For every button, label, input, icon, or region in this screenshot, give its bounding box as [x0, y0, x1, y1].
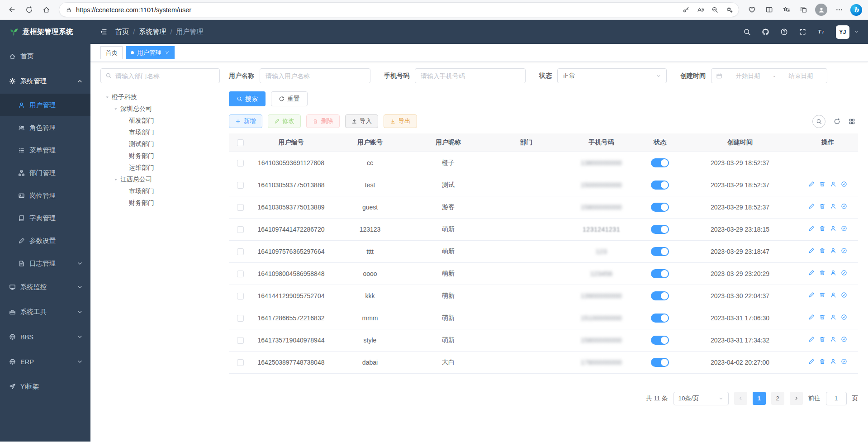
prev-page-button[interactable]: [734, 392, 747, 405]
zoom-button[interactable]: [708, 3, 721, 17]
row-checkbox[interactable]: [237, 359, 244, 366]
status-toggle[interactable]: [651, 314, 669, 323]
goto-page-input[interactable]: [826, 392, 847, 405]
page-2-button[interactable]: 2: [771, 392, 784, 405]
delete-icon[interactable]: [819, 292, 825, 298]
sidebar-item-erp[interactable]: ERP: [0, 349, 90, 374]
close-icon[interactable]: [165, 50, 170, 55]
browser-profile-avatar[interactable]: [815, 4, 827, 16]
user-icon[interactable]: [830, 358, 836, 365]
tree-node[interactable]: 测试部门: [100, 138, 220, 150]
breadcrumb-system[interactable]: 系统管理: [139, 28, 166, 36]
date-range-picker[interactable]: 开始日期 - 结束日期: [711, 68, 827, 83]
tab-user-management[interactable]: 用户管理: [126, 46, 175, 59]
dept-search-input[interactable]: [100, 68, 220, 83]
address-bar[interactable]: https://ccnetcore.com:1101/system/user: [59, 2, 739, 17]
github-button[interactable]: [762, 28, 769, 36]
tree-node[interactable]: 深圳总公司: [100, 103, 220, 115]
tree-node[interactable]: 财务部门: [100, 150, 220, 162]
edit-icon[interactable]: [808, 247, 815, 254]
check-circle-icon[interactable]: [841, 314, 847, 320]
font-size-button[interactable]: TT: [817, 28, 825, 36]
delete-icon[interactable]: [819, 270, 825, 276]
search-button[interactable]: 搜索: [229, 91, 266, 106]
user-avatar[interactable]: YJ: [836, 25, 849, 39]
docs-button[interactable]: [780, 28, 788, 36]
url-text[interactable]: https://ccnetcore.com:1101/system/user: [76, 6, 679, 14]
browser-essentials-button[interactable]: [744, 2, 760, 18]
user-icon[interactable]: [830, 292, 836, 298]
edit-icon[interactable]: [808, 225, 815, 232]
edit-icon[interactable]: [808, 314, 815, 320]
check-circle-icon[interactable]: [841, 358, 847, 365]
edit-icon[interactable]: [808, 270, 815, 276]
fullscreen-button[interactable]: [799, 28, 806, 36]
sidebar-item-dict-management[interactable]: 字典管理: [0, 207, 90, 229]
check-circle-icon[interactable]: [841, 181, 847, 187]
collections-button[interactable]: [795, 2, 811, 18]
tree-node[interactable]: 市场部门: [100, 185, 220, 197]
toggle-search-button[interactable]: [812, 115, 825, 128]
export-button[interactable]: 导出: [384, 114, 417, 128]
status-toggle[interactable]: [651, 181, 669, 190]
status-toggle[interactable]: [651, 291, 669, 300]
delete-icon[interactable]: [819, 336, 825, 342]
edit-icon[interactable]: [808, 336, 815, 342]
browser-refresh-button[interactable]: [21, 2, 37, 18]
delete-icon[interactable]: [819, 225, 825, 232]
user-icon[interactable]: [830, 247, 836, 254]
user-icon[interactable]: [830, 336, 836, 342]
edit-icon[interactable]: [808, 203, 815, 209]
sidebar-item-log-management[interactable]: 日志管理: [0, 252, 90, 275]
check-circle-icon[interactable]: [841, 203, 847, 209]
sidebar-item-system-monitor[interactable]: 系统监控: [0, 275, 90, 299]
sidebar-item-yi-framework[interactable]: Yi框架: [0, 374, 90, 399]
breadcrumb-home[interactable]: 首页: [115, 28, 129, 36]
status-toggle[interactable]: [651, 203, 669, 212]
delete-icon[interactable]: [819, 181, 825, 187]
row-checkbox[interactable]: [237, 226, 244, 233]
avatar-menu-button[interactable]: [854, 29, 859, 34]
browser-home-button[interactable]: [38, 2, 54, 18]
next-page-button[interactable]: [790, 392, 803, 405]
check-circle-icon[interactable]: [841, 225, 847, 232]
row-checkbox[interactable]: [237, 248, 244, 255]
tree-node[interactable]: 江西总公司: [100, 174, 220, 185]
delete-icon[interactable]: [819, 314, 825, 320]
tree-node[interactable]: 市场部门: [100, 127, 220, 138]
status-select[interactable]: 正常: [557, 68, 667, 83]
edit-icon[interactable]: [808, 358, 815, 365]
row-checkbox[interactable]: [237, 315, 244, 322]
browser-menu-button[interactable]: [831, 2, 847, 18]
collapse-sidebar-button[interactable]: [100, 28, 107, 36]
status-toggle[interactable]: [651, 225, 669, 234]
user-icon[interactable]: [830, 270, 836, 276]
sidebar-item-menu-management[interactable]: 菜单管理: [0, 139, 90, 162]
browser-back-button[interactable]: [4, 2, 20, 18]
user-icon[interactable]: [830, 181, 836, 187]
phone-input[interactable]: [415, 68, 526, 83]
username-input[interactable]: [260, 68, 370, 83]
import-button[interactable]: 导入: [345, 114, 379, 128]
check-circle-icon[interactable]: [841, 336, 847, 342]
password-manager-button[interactable]: [679, 3, 693, 17]
row-checkbox[interactable]: [237, 271, 244, 277]
bing-sidebar-button[interactable]: b: [848, 2, 864, 18]
edit-icon[interactable]: [808, 292, 815, 298]
page-size-select[interactable]: 10条/页: [674, 392, 729, 405]
sidebar-item-role-management[interactable]: 角色管理: [0, 116, 90, 139]
sidebar-item-system-management[interactable]: 系统管理: [0, 69, 90, 94]
check-circle-icon[interactable]: [841, 292, 847, 298]
tree-node[interactable]: 研发部门: [100, 115, 220, 127]
favorites-button[interactable]: [778, 2, 794, 18]
row-checkbox[interactable]: [237, 337, 244, 344]
caret-down-icon[interactable]: [112, 177, 120, 182]
tab-home[interactable]: 首页: [100, 46, 123, 59]
row-checkbox[interactable]: [237, 182, 244, 189]
column-settings-button[interactable]: [849, 118, 855, 125]
caret-down-icon[interactable]: [103, 95, 111, 100]
sidebar-item-param-settings[interactable]: 参数设置: [0, 229, 90, 252]
edit-icon[interactable]: [808, 181, 815, 187]
sidebar-item-system-tools[interactable]: 系统工具: [0, 299, 90, 324]
refresh-table-button[interactable]: [834, 118, 840, 125]
